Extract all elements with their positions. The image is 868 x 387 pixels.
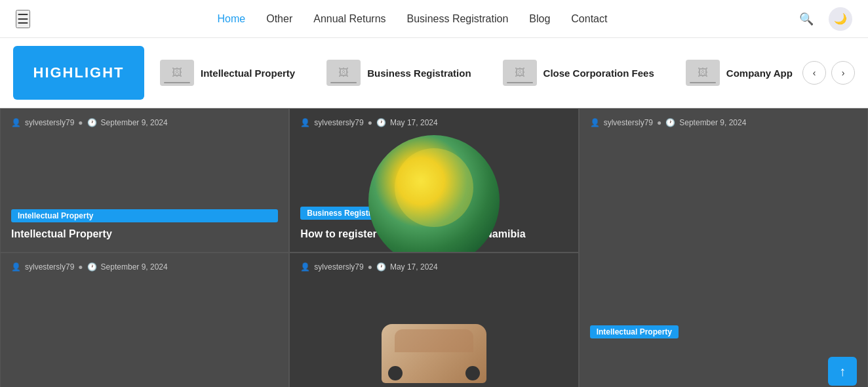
highlight-label-intellectual-property: Intellectual Property: [201, 68, 295, 79]
post-card-3[interactable]: 👤 sylvestersly79 ● 🕐 September 9, 2024 I…: [579, 108, 868, 387]
car-image: [382, 324, 486, 383]
highlight-items: Intellectual Property Business Registrat…: [144, 60, 802, 86]
date-1: September 9, 2024: [101, 118, 168, 127]
dark-mode-toggle[interactable]: 🌙: [829, 7, 852, 31]
meta-dot-4: ●: [78, 262, 83, 272]
posts-grid: 👤 sylvestersly79 ● 🕐 September 9, 2024 I…: [0, 108, 868, 387]
meta-dot-3: ●: [657, 118, 661, 127]
highlight-item-intellectual-property[interactable]: Intellectual Property: [144, 60, 311, 86]
post-meta-5: 👤 sylvestersly79 ● 🕐 May 17, 2024: [300, 262, 567, 272]
author-4: sylvestersly79: [25, 262, 74, 272]
nav-links: Home Other Annual Returns Business Regis…: [218, 13, 608, 25]
post-meta-4: 👤 sylvestersly79 ● 🕐 September 9, 2024: [11, 262, 278, 272]
highlight-item-business-registration[interactable]: Business Registration: [311, 60, 486, 86]
highlight-item-company-app[interactable]: Company App: [670, 60, 802, 86]
user-icon-3: 👤: [590, 118, 600, 127]
clock-icon-5: 🕐: [376, 262, 386, 272]
navbar: ☰ Home Other Annual Returns Business Reg…: [0, 0, 868, 38]
highlight-label-close-corp: Close Corporation Fees: [543, 68, 654, 79]
highlight-label-company-app: Company App: [726, 68, 793, 79]
search-button[interactable]: 🔍: [795, 7, 818, 31]
nav-blog[interactable]: Blog: [529, 13, 550, 25]
scroll-top-button[interactable]: ↑: [828, 357, 857, 386]
date-3: September 9, 2024: [679, 118, 746, 127]
highlight-button[interactable]: HIGHLIGHT: [13, 46, 144, 100]
date-5: May 17, 2024: [390, 262, 438, 272]
post-card-5[interactable]: 👤 sylvestersly79 ● 🕐 May 17, 2024: [289, 253, 578, 387]
carousel-prev[interactable]: ‹: [802, 61, 826, 85]
category-badge-1[interactable]: Intellectual Property: [11, 209, 278, 222]
date-4: September 9, 2024: [101, 262, 168, 272]
author-3: sylvestersly79: [604, 118, 653, 127]
author-2: sylvestersly79: [314, 118, 363, 127]
date-2: May 17, 2024: [390, 118, 438, 127]
clock-icon-3: 🕐: [665, 118, 675, 127]
post-card-1[interactable]: 👤 sylvestersly79 ● 🕐 September 9, 2024 I…: [0, 108, 289, 253]
post-meta-2: 👤 sylvestersly79 ● 🕐 May 17, 2024: [300, 118, 567, 127]
thumbnail-intellectual-property: [160, 60, 194, 86]
clock-icon-4: 🕐: [87, 262, 97, 272]
clock-icon-2: 🕐: [376, 118, 386, 127]
thumbnail-close-corp: [503, 60, 537, 86]
carousel-controls: ‹ ›: [802, 61, 855, 85]
nav-other[interactable]: Other: [266, 13, 292, 25]
hamburger-menu[interactable]: ☰: [16, 10, 30, 28]
nav-contact[interactable]: Contact: [571, 13, 607, 25]
nav-home[interactable]: Home: [218, 13, 246, 25]
post-meta-3: 👤 sylvestersly79 ● 🕐 September 9, 2024: [590, 118, 857, 127]
thumbnail-company-app: [686, 60, 720, 86]
category-badge-3[interactable]: Intellectual Property: [590, 325, 679, 338]
post-bottom-1: Intellectual Property Intellectual Prope…: [11, 209, 278, 241]
clock-icon-1: 🕐: [87, 118, 97, 127]
post-card-2[interactable]: 👤 sylvestersly79 ● 🕐 May 17, 2024 Busine…: [289, 108, 578, 253]
highlight-bar: HIGHLIGHT Intellectual Property Business…: [0, 38, 868, 108]
carousel-next[interactable]: ›: [831, 61, 855, 85]
thumbnail-business-registration: [326, 60, 361, 86]
user-icon-2: 👤: [300, 118, 310, 127]
user-icon-4: 👤: [11, 262, 21, 272]
nav-annual-returns[interactable]: Annual Returns: [313, 13, 385, 25]
card3-category-area: Intellectual Property: [590, 325, 679, 344]
highlight-label-business-registration: Business Registration: [367, 68, 471, 79]
meta-dot-2: ●: [368, 118, 372, 127]
author-1: sylvestersly79: [25, 118, 74, 127]
highlight-item-close-corp[interactable]: Close Corporation Fees: [487, 60, 670, 86]
content-area: 👤 sylvestersly79 ● 🕐 September 9, 2024 I…: [0, 108, 868, 387]
user-icon-5: 👤: [300, 262, 310, 272]
nav-business-registration[interactable]: Business Registration: [407, 13, 509, 25]
nav-icons: 🔍 🌙: [795, 7, 852, 31]
post-meta-1: 👤 sylvestersly79 ● 🕐 September 9, 2024: [11, 118, 278, 127]
globe-image: [368, 135, 500, 253]
user-icon-1: 👤: [11, 118, 21, 127]
meta-dot-5: ●: [368, 262, 372, 272]
post-title-1: Intellectual Property: [11, 228, 278, 241]
post-card-4[interactable]: 👤 sylvestersly79 ● 🕐 September 9, 2024: [0, 253, 289, 387]
author-5: sylvestersly79: [314, 262, 363, 272]
meta-dot-1: ●: [78, 118, 83, 127]
